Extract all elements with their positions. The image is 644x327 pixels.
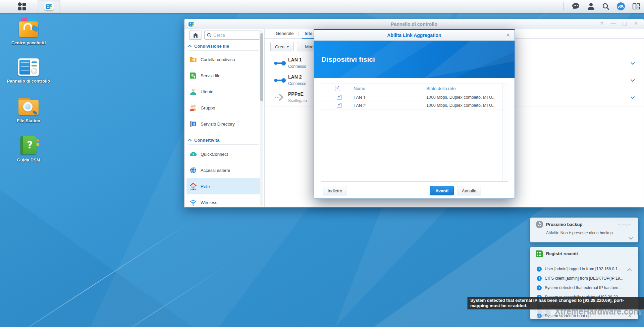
sidebar-item-group[interactable]: Gruppo [186,100,262,116]
info-icon: i [537,285,542,290]
widgets-icon[interactable] [632,2,641,10]
window-titlebar[interactable]: Pannello di controllo ? — ▢ ✕ [184,19,644,29]
desktop-icon-label: Centro pacchetti [7,40,50,46]
dialog-titlebar[interactable]: Abilita Link Aggregation ✕ [314,30,515,41]
directory-service-icon [190,120,197,128]
create-button[interactable]: Crea [270,42,294,51]
control-panel-icon [18,58,39,76]
table-row-lan1[interactable]: ✓ LAN 1 1000 Mbps, Duplex completo, MTU.… [321,93,502,101]
search-input[interactable] [213,33,250,38]
shared-folder-icon [190,56,197,63]
desktop-icon-label: Pannello di controllo [3,79,54,84]
sidebar-item-external-access[interactable]: Accessi esterni [186,162,262,178]
log-text: CIFS client [admin] from [DESKTOP(IP:19.… [545,276,625,281]
column-header-name[interactable]: Nome [354,86,365,91]
table-scrollbar-track[interactable] [502,84,508,181]
maximize-button[interactable]: ▢ [622,20,628,27]
widget-title: Registri recenti [546,251,578,256]
lan-connected-icon [274,77,286,84]
sidebar-item-label: Cartella condivisa [201,57,235,62]
taskbar-control-panel-button[interactable] [38,0,60,13]
sidebar-item-wireless[interactable]: Wireless [186,194,262,207]
file-station-icon [18,97,39,115]
info-icon: i [537,267,542,272]
help-button[interactable]: ? [599,20,605,27]
chevron-down-icon[interactable] [631,95,635,99]
chevron-up-icon[interactable] [627,268,632,273]
log-text: User [admin] logged in from [192.168.0.1… [545,267,625,271]
network-home-icon [190,183,197,190]
show-desktop-button[interactable] [0,0,6,13]
sidebar-item-shared-folder[interactable]: Cartella condivisa [186,51,262,67]
table-row-lan2[interactable]: ✓ LAN 2 1000 Mbps, Duplex completo, MTU.… [321,101,502,109]
user-icon [190,88,197,95]
tab-general[interactable]: Generale [276,31,293,36]
system-tray [564,0,641,13]
cancel-button-label: Annulla [462,188,476,193]
cell-network-status: 1000 Mbps, Duplex completo, MTU... [426,103,495,108]
pppoe-disconnected-icon [274,94,286,101]
row-checkbox[interactable]: ✓ [337,95,342,100]
sidebar-search-box[interactable] [204,31,260,40]
search-icon[interactable] [602,2,610,10]
sidebar-item-quickconnect[interactable]: QuickConnect [186,146,262,162]
interface-name: LAN 2 [288,74,302,80]
notifications-icon[interactable] [571,2,580,10]
logs-icon [536,250,543,258]
desktop-icon-dsm-help[interactable]: ? Guida DSM [7,136,50,163]
back-button[interactable]: Indietro [323,186,347,195]
wireless-icon [190,199,197,206]
section-label: Condivisione file [194,44,229,49]
interface-status: Connesso [288,64,306,69]
dialog-title: Abilita Link Aggregation [314,33,515,38]
next-backup-widget[interactable]: Prossimo backup --:--:-- Attività: Non è… [530,218,638,242]
lan-connected-icon [274,60,286,66]
sidebar-item-directory-service[interactable]: Servizio Directory [186,116,262,132]
tab-network-interface[interactable]: Inte [305,31,312,36]
dialog-close-icon[interactable]: ✕ [506,32,510,38]
home-icon [193,33,199,38]
main-menu-button[interactable] [6,0,37,13]
sidebar-item-network[interactable]: Rete [186,178,262,194]
sidebar-section-file-sharing[interactable]: Condivisione file [189,42,259,51]
column-header-network-status[interactable]: Stato della rete [426,86,455,91]
user-icon[interactable] [587,2,595,10]
resource-monitor-icon[interactable] [616,2,625,11]
sidebar-item-label: Rete [201,184,210,189]
sidebar-scrollbar-thumb[interactable] [260,33,263,101]
cancel-button[interactable]: Annulla [457,186,481,195]
sidebar-section-connectivity[interactable]: Connettività [189,136,259,145]
search-icon [207,33,212,38]
desktop-icon-file-station[interactable]: File Station [7,97,50,124]
sidebar-item-label: Servizi file [201,73,220,78]
desktop-icon-package-center[interactable]: Centro pacchetti [7,19,50,46]
next-button[interactable]: Avanti [430,186,454,195]
row-checkbox[interactable]: ✓ [337,103,342,108]
sidebar-item-label: Utente [201,89,213,94]
select-all-checkbox[interactable]: ✓ [335,86,340,91]
sidebar-item-file-services[interactable]: Servizi file [186,67,262,84]
dialog-footer: Indietro Avanti Annulla [314,183,515,198]
sidebar-item-label: Gruppo [201,105,215,110]
control-panel-sidebar: Condivisione file Cartella condivisa Ser… [184,29,265,207]
widget-title: Prossimo backup [546,222,582,227]
log-entry[interactable]: i CIFS client [admin] from [DESKTOP(IP:1… [530,274,638,284]
sidebar-item-user[interactable]: Utente [186,84,262,100]
desktop-icon-control-panel[interactable]: Pannello di controllo [7,58,50,84]
control-panel-app-icon [44,2,54,10]
interface-status: Scollegato [288,98,307,103]
chevron-down-icon[interactable] [631,78,635,82]
sidebar-item-label: QuickConnect [201,152,228,157]
log-text: System detected that external IP has bee… [545,285,625,290]
taskbar [0,0,644,13]
chevron-down-icon[interactable] [629,235,633,240]
log-entry[interactable]: i System detected that external IP has b… [530,284,638,293]
chevron-down-icon[interactable] [631,60,635,65]
minimize-button[interactable]: — [610,20,616,27]
home-button[interactable] [189,31,202,40]
create-button-label: Crea [275,44,284,49]
link-aggregation-dialog: Abilita Link Aggregation ✕ Dispositivi f… [314,29,515,199]
log-entry[interactable]: i User [admin] logged in from [192.168.0… [530,265,638,274]
backup-refresh-icon [536,221,543,228]
close-button[interactable]: ✕ [633,20,639,27]
